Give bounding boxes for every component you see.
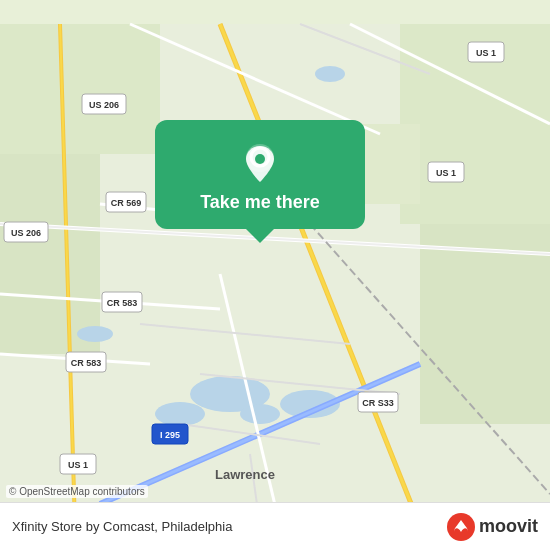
store-name-label: Xfinity Store by Comcast, Philadelphia: [12, 519, 232, 534]
cta-label: Take me there: [200, 192, 320, 213]
svg-rect-1: [0, 24, 160, 154]
moovit-logo: moovit: [447, 513, 538, 541]
svg-text:US 206: US 206: [11, 228, 41, 238]
location-pin-icon: [238, 140, 282, 184]
svg-text:I 295: I 295: [160, 430, 180, 440]
map-container: US 1 US 1 US 1 US 206 US 206 CR 569 CR 5…: [0, 0, 550, 550]
take-me-there-button[interactable]: Take me there: [155, 120, 365, 229]
bottom-info-bar: Xfinity Store by Comcast, Philadelphia m…: [0, 502, 550, 550]
svg-text:CR 569: CR 569: [111, 198, 142, 208]
svg-point-7: [155, 402, 205, 426]
svg-text:CR 583: CR 583: [71, 358, 102, 368]
svg-point-8: [240, 404, 280, 424]
svg-text:US 1: US 1: [68, 460, 88, 470]
svg-text:US 206: US 206: [89, 100, 119, 110]
svg-text:US 1: US 1: [436, 168, 456, 178]
svg-point-55: [255, 154, 265, 164]
svg-rect-2: [0, 154, 100, 354]
svg-text:US 1: US 1: [476, 48, 496, 58]
moovit-brand-label: moovit: [479, 516, 538, 537]
svg-text:CR 583: CR 583: [107, 298, 138, 308]
svg-point-10: [77, 326, 113, 342]
map-background: US 1 US 1 US 1 US 206 US 206 CR 569 CR 5…: [0, 0, 550, 550]
svg-text:CR S33: CR S33: [362, 398, 394, 408]
svg-point-11: [315, 66, 345, 82]
svg-text:Lawrence: Lawrence: [215, 467, 275, 482]
moovit-m-icon: [452, 518, 470, 536]
moovit-logo-icon: [447, 513, 475, 541]
map-attribution: © OpenStreetMap contributors: [6, 485, 148, 498]
